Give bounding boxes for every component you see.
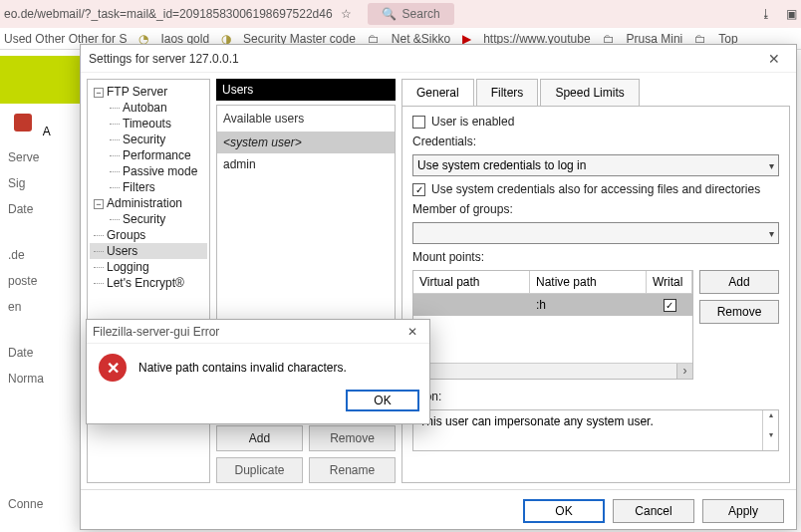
user-item-system[interactable]: <system user> (217, 132, 395, 153)
tree-passive-mode[interactable]: Passive mode (90, 163, 207, 179)
tree-logging[interactable]: Logging (90, 259, 207, 275)
error-title: Filezilla-server-gui Error (93, 325, 219, 339)
remove-user-button[interactable]: Remove (309, 425, 396, 451)
credentials-value: Use system credentials to log in (417, 158, 586, 172)
tree-filters[interactable]: Filters (90, 179, 207, 195)
chevron-down-icon: ▾ (769, 160, 774, 171)
chevron-down-icon[interactable]: ▾ (763, 430, 778, 450)
mount-points-label: Mount points: (412, 250, 779, 264)
col-writable[interactable]: Writal (647, 271, 692, 293)
error-ok-button[interactable]: OK (346, 390, 419, 411)
scroll-right-icon[interactable]: › (676, 364, 692, 379)
error-titlebar[interactable]: Filezilla-server-gui Error ✕ (87, 320, 429, 344)
tree-users[interactable]: Users (90, 243, 207, 259)
checkbox-icon[interactable]: ✓ (412, 183, 425, 196)
settings-dialog: Settings for server 127.0.0.1 ✕ −FTP Ser… (80, 44, 797, 530)
cell-writable[interactable]: ✓ (647, 294, 692, 316)
mount-remove-button[interactable]: Remove (699, 300, 779, 324)
tab-general[interactable]: General (401, 79, 474, 106)
mount-add-button[interactable]: Add (699, 270, 779, 294)
bg-date2: Date (0, 340, 80, 366)
browser-search[interactable]: 🔍 Search (368, 3, 454, 25)
description-label: ption: (412, 390, 779, 403)
tab-speed-limits[interactable]: Speed Limits (540, 79, 639, 106)
download-icon[interactable]: ⭳ (760, 7, 772, 21)
bg-de: .de (0, 242, 80, 268)
tree-lets-encrypt[interactable]: Let's Encrypt® (90, 275, 207, 291)
member-groups-label: Member of groups: (412, 202, 779, 216)
filezilla-logo-icon (14, 114, 32, 132)
add-user-button[interactable]: Add (216, 425, 303, 451)
tabs: General Filters Speed Limits (401, 79, 790, 107)
h-scrollbar[interactable]: › (413, 363, 692, 379)
member-groups-select[interactable]: ▾ (412, 222, 779, 244)
user-item-admin[interactable]: admin (217, 153, 395, 175)
col-virtual-path[interactable]: Virtual path (413, 271, 530, 293)
checkbox-icon[interactable] (412, 116, 425, 129)
tree-security[interactable]: Security (90, 132, 207, 147)
error-dialog: Filezilla-server-gui Error ✕ ✕ Native pa… (86, 319, 430, 424)
bg-poste: poste (0, 268, 80, 294)
cancel-button[interactable]: Cancel (613, 499, 694, 523)
chevron-down-icon: ▾ (769, 228, 774, 239)
browser-url-bar: eo.de/webmail/?_task=mail&_id=2091858300… (0, 0, 801, 28)
dialog-title: Settings for server 127.0.0.1 (89, 52, 239, 66)
mount-row[interactable]: :h ✓ (413, 294, 692, 316)
extensions-icon[interactable]: ▣ (786, 7, 797, 21)
ok-button[interactable]: OK (523, 499, 605, 523)
description-text: This user can impersonate any system use… (419, 414, 654, 428)
bg-norma: Norma (0, 366, 80, 392)
sys-creds-files-label: Use system credentials also for accessin… (431, 182, 760, 196)
available-users-label: Available users (217, 106, 395, 132)
bg-date: Date (0, 196, 80, 222)
mount-points-table[interactable]: Virtual path Native path Writal :h ✓ › (412, 270, 693, 380)
error-message: Native path contains invalid characters. (138, 361, 347, 375)
dialog-footer: OK Cancel Apply (81, 489, 796, 531)
user-enabled-label: User is enabled (431, 115, 514, 129)
tree-admin-security[interactable]: Security (90, 211, 207, 227)
bg-server: Serve (0, 144, 80, 170)
cell-npath[interactable]: :h (530, 294, 647, 316)
general-panel: User is enabled Credentials: Use system … (401, 107, 790, 483)
tree-ftp-server[interactable]: −FTP Server (90, 84, 207, 100)
search-icon: 🔍 (382, 7, 397, 21)
description-box[interactable]: This user can impersonate any system use… (412, 409, 779, 451)
bg-sign: Sig (0, 170, 80, 196)
checkbox-icon[interactable]: ✓ (664, 299, 676, 312)
user-enabled-checkbox[interactable]: User is enabled (412, 115, 779, 129)
chevron-up-icon[interactable]: ▴ (763, 410, 778, 430)
close-icon[interactable]: ✕ (760, 49, 788, 69)
error-icon: ✕ (99, 354, 127, 382)
collapse-icon[interactable]: − (94, 199, 104, 209)
dialog-titlebar[interactable]: Settings for server 127.0.0.1 ✕ (81, 45, 796, 73)
tab-filters[interactable]: Filters (476, 79, 539, 106)
tree-administration[interactable]: −Administration (90, 195, 207, 211)
spin-buttons[interactable]: ▴▾ (762, 410, 778, 450)
credentials-label: Credentials: (412, 134, 779, 148)
col-native-path[interactable]: Native path (530, 271, 647, 293)
bookmark-star-icon[interactable]: ☆ (341, 7, 352, 21)
tree-groups[interactable]: Groups (90, 227, 207, 243)
tree-performance[interactable]: Performance (90, 147, 207, 163)
apply-button[interactable]: Apply (702, 499, 784, 523)
close-icon[interactable]: ✕ (401, 325, 423, 339)
bg-en: en (0, 294, 80, 320)
duplicate-user-button[interactable]: Duplicate (216, 457, 303, 483)
collapse-icon[interactable]: − (94, 88, 104, 98)
search-placeholder: Search (402, 7, 440, 21)
credentials-select[interactable]: Use system credentials to log in ▾ (412, 154, 779, 176)
users-section-header: Users (216, 79, 396, 101)
tree-timeouts[interactable]: Timeouts (90, 116, 207, 132)
bg-conne: Conne (0, 491, 80, 517)
tree-autoban[interactable]: Autoban (90, 100, 207, 116)
cell-vpath[interactable] (413, 294, 530, 316)
background-app-strip: A Serve Sig Date .de poste en Date Norma… (0, 56, 80, 532)
rename-user-button[interactable]: Rename (309, 457, 396, 483)
sys-creds-files-checkbox[interactable]: ✓ Use system credentials also for access… (412, 182, 779, 196)
url-text: eo.de/webmail/?_task=mail&_id=2091858300… (4, 7, 333, 21)
